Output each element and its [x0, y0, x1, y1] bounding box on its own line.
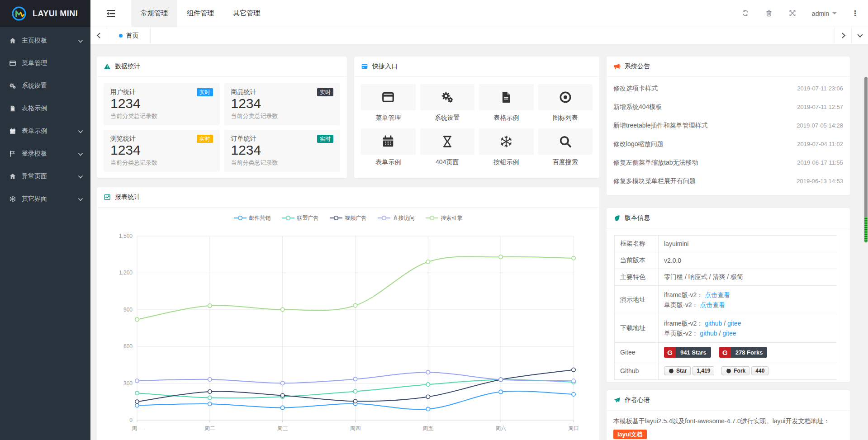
- legend-item-联盟广告[interactable]: 联盟广告: [282, 214, 319, 222]
- quick-entry-表格示例[interactable]: 表格示例: [479, 84, 534, 122]
- fullscreen-icon: [788, 9, 797, 17]
- quick-card-title: 快捷入口: [372, 62, 398, 71]
- home-icon: [9, 37, 17, 44]
- sidebar-item-系统设置[interactable]: 系统设置: [0, 75, 90, 97]
- quick-entry-菜单管理[interactable]: 菜单管理: [361, 84, 416, 122]
- quick-entry-图标列表[interactable]: 图标列表: [538, 84, 593, 122]
- gitee-stars-badge[interactable]: G 941 Stars: [664, 347, 711, 358]
- download-iframe-gitee-link[interactable]: gitee: [727, 320, 741, 327]
- tabs-scroll-left-button[interactable]: [90, 27, 107, 44]
- sidebar-item-label: 异常页面: [22, 172, 47, 180]
- megaphone-icon: [613, 63, 621, 70]
- refresh-button[interactable]: [741, 9, 750, 18]
- svg-text:300: 300: [123, 380, 133, 387]
- top-nav-tab-其它管理[interactable]: 其它管理: [223, 0, 270, 27]
- svg-text:900: 900: [123, 307, 133, 313]
- github-star-button[interactable]: Star: [664, 366, 691, 375]
- paper-plane-icon: [613, 397, 621, 404]
- tabs-menu-button[interactable]: [851, 27, 868, 44]
- app-title: LAYUI MINI: [33, 9, 78, 19]
- gitee-forks-badge[interactable]: G 278 Forks: [719, 347, 768, 358]
- gitee-logo-icon: G: [664, 347, 676, 358]
- realtime-badge: 实时: [197, 135, 213, 143]
- quick-entry-表单示例[interactable]: 表单示例: [361, 128, 416, 166]
- file-icon: [499, 90, 513, 104]
- topbar-actions: admin ⋮: [741, 0, 868, 27]
- logo[interactable]: LAYUI MINI: [0, 0, 90, 27]
- quick-entry-404页面[interactable]: 404页面: [420, 128, 475, 166]
- legend-marker-icon: [234, 215, 247, 221]
- tab-home[interactable]: 首页: [107, 27, 151, 44]
- github-fork-widget: Fork 440: [721, 366, 768, 375]
- top-nav-tab-组件管理[interactable]: 组件管理: [177, 0, 223, 27]
- sidebar-item-label: 表格示例: [22, 104, 47, 113]
- github-star-count[interactable]: 1,419: [693, 366, 714, 375]
- snowflake-icon: [9, 195, 17, 203]
- gears-icon: [9, 82, 17, 90]
- announcements-card-title: 系统公告: [625, 62, 650, 71]
- quick-entry-百度搜索[interactable]: 百度搜索: [538, 128, 593, 166]
- sidebar-item-表格示例[interactable]: 表格示例: [0, 97, 90, 120]
- legend-item-视频广告[interactable]: 视频广告: [330, 214, 367, 222]
- sidebar-item-异常页面[interactable]: 异常页面: [0, 165, 90, 188]
- sidebar-item-表单示例[interactable]: 表单示例: [0, 120, 90, 142]
- flag-icon: [9, 150, 17, 157]
- svg-text:1,200: 1,200: [119, 270, 133, 276]
- svg-text:0: 0: [129, 417, 133, 423]
- tabs-scroll-right-button[interactable]: [835, 27, 851, 44]
- quick-entry-系统设置[interactable]: 系统设置: [420, 84, 475, 122]
- sidebar-item-菜单管理[interactable]: 菜单管理: [0, 52, 90, 75]
- version-card: 版本信息 框架名称 layuimini 当前版本 v2.0.0 主要特色 零门槛…: [607, 208, 850, 382]
- sidebar-item-label: 系统设置: [22, 82, 47, 90]
- legend-marker-icon: [330, 215, 342, 221]
- demo-onepage-link[interactable]: 点击查看: [700, 301, 725, 308]
- top-nav-tab-常规管理[interactable]: 常规管理: [131, 0, 177, 27]
- legend-marker-icon: [378, 215, 390, 221]
- legend-item-搜索引擎[interactable]: 搜索引擎: [426, 214, 463, 222]
- version-row-download: 下载地址 iframe版-v2： github / gitee 单页版-v2： …: [615, 314, 837, 343]
- window-icon: [9, 60, 17, 67]
- stat-value: 1234: [110, 96, 213, 111]
- download-onepage-gitee-link[interactable]: gitee: [722, 330, 736, 337]
- gitee-logo-icon: G: [719, 347, 731, 358]
- stats-grid: 用户统计实时1234当前分类总记录数商品统计实时1234当前分类总记录数浏览统计…: [97, 77, 347, 178]
- download-iframe-github-link[interactable]: github: [705, 320, 722, 327]
- scrollbar-thumb[interactable]: [864, 77, 868, 228]
- demo-iframe-link[interactable]: 点击查看: [705, 291, 730, 298]
- menu-collapse-button[interactable]: [90, 0, 131, 27]
- announcement-row: 修改logo缩放问题2019-07-04 11:02: [613, 135, 843, 153]
- version-row-framework: 框架名称 layuimini: [615, 236, 837, 252]
- legend-item-邮件营销[interactable]: 邮件营销: [234, 214, 271, 222]
- username: admin: [812, 10, 829, 17]
- report-card: 报表统计 邮件营销联盟广告视频广告直接访问搜索引擎 03006009001,20…: [97, 187, 599, 440]
- svg-text:600: 600: [123, 343, 133, 350]
- user-dropdown[interactable]: admin: [812, 10, 837, 17]
- top-nav-tabs: 常规管理组件管理其它管理: [131, 0, 270, 27]
- announcements-card: 系统公告 修改选项卡样式2019-07-11 23:06新增系统404模板201…: [607, 57, 850, 195]
- clear-cache-button[interactable]: [765, 9, 774, 18]
- author-line1: 本模板基于layui2.5.4以及font-awesome-4.7.0进行实现。…: [613, 415, 843, 427]
- more-menu-button[interactable]: ⋮: [849, 9, 862, 18]
- sidebar-item-登录模板[interactable]: 登录模板: [0, 142, 90, 165]
- github-fork-button[interactable]: Fork: [721, 366, 749, 375]
- gears-icon: [441, 90, 454, 104]
- announcement-row: 修改选项卡样式2019-07-11 23:06: [613, 79, 843, 98]
- layui-logo-icon: [11, 5, 27, 22]
- sidebar-item-其它界面[interactable]: 其它界面: [0, 188, 90, 210]
- sidebar-item-主页模板[interactable]: 主页模板: [0, 29, 90, 52]
- fullscreen-button[interactable]: [788, 9, 797, 18]
- github-octocat-icon: [726, 368, 732, 374]
- scrollbar[interactable]: [864, 44, 868, 440]
- quick-entry-按钮示例[interactable]: 按钮示例: [479, 128, 534, 166]
- tabbar-actions: [835, 27, 868, 44]
- announcement-row: 新增系统404模板2019-07-11 12:57: [613, 98, 843, 116]
- legend-item-直接访问[interactable]: 直接访问: [378, 214, 415, 222]
- github-fork-count[interactable]: 440: [751, 366, 768, 375]
- search-icon: [559, 135, 572, 148]
- file-icon: [9, 105, 17, 112]
- download-onepage-github-link[interactable]: github: [700, 330, 717, 337]
- quick-card-header: 快捷入口: [354, 57, 599, 77]
- stat-value: 1234: [231, 143, 334, 157]
- layui-doc-button[interactable]: layui文档: [613, 430, 647, 439]
- warning-triangle-icon: [104, 63, 111, 70]
